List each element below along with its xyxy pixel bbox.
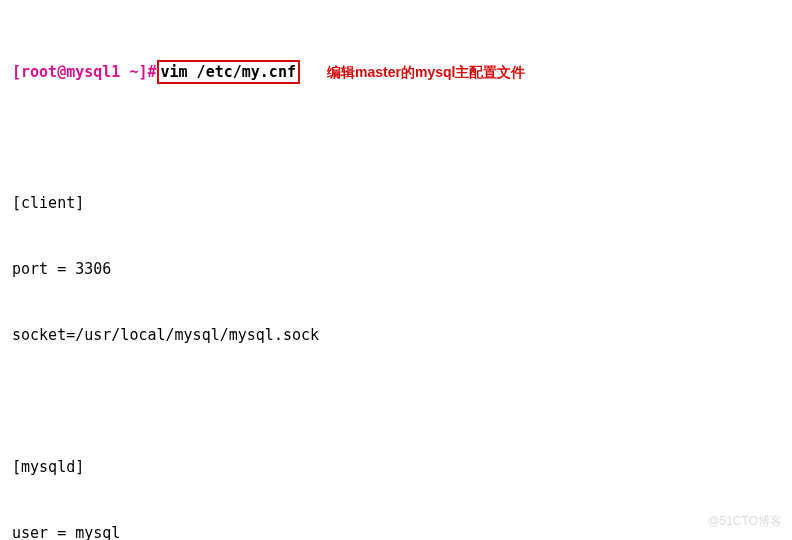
cfg-client-header: [client] bbox=[12, 192, 780, 214]
prompt-path: ~ bbox=[120, 63, 138, 81]
watermark: @51CTO博客 bbox=[707, 510, 782, 532]
cfg-mysqld-header: [mysqld] bbox=[12, 456, 780, 478]
annotation-edit-master: 编辑master的mysql主配置文件 bbox=[327, 64, 525, 80]
prompt-user: root@mysql1 bbox=[21, 63, 120, 81]
prompt-close: ]# bbox=[138, 63, 156, 81]
terminal-content: [root@mysql1 ~]#vim /etc/my.cnf 编辑master… bbox=[12, 16, 780, 540]
cfg-client-port: port = 3306 bbox=[12, 258, 780, 280]
prompt-open: [ bbox=[12, 63, 21, 81]
cfg-user: user = mysql bbox=[12, 522, 780, 540]
cfg-client-socket: socket=/usr/local/mysql/mysql.sock bbox=[12, 324, 780, 346]
command-text: vim /etc/my.cnf bbox=[161, 63, 296, 81]
prompt-line: [root@mysql1 ~]#vim /etc/my.cnf 编辑master… bbox=[12, 60, 780, 82]
command-box: vim /etc/my.cnf bbox=[157, 60, 300, 84]
